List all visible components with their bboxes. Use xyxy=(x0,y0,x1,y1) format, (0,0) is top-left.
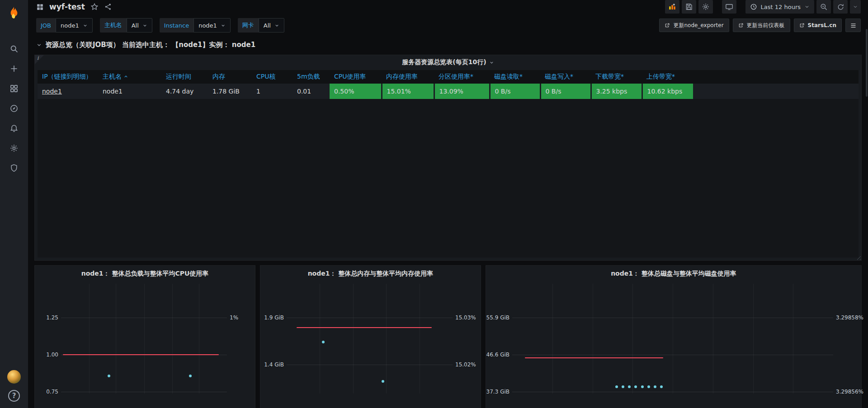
column-header-ip[interactable]: IP（链接到明细） xyxy=(38,70,98,84)
column-header-label: CPU使用率 xyxy=(334,73,366,80)
column-header-label: 磁盘读取* xyxy=(494,73,523,80)
sidebar-bottom: ? xyxy=(7,370,21,402)
right-axis-tick-label: 1% xyxy=(230,314,255,321)
variable-value-dropdown[interactable]: All xyxy=(127,18,152,33)
share-icon[interactable] xyxy=(104,3,112,11)
external-link-icon xyxy=(799,23,805,28)
column-header-uptime[interactable]: 运行时间 xyxy=(161,70,208,84)
refresh-button[interactable] xyxy=(833,0,848,14)
sidebar-item-create[interactable] xyxy=(4,61,24,77)
grid-line-vertical xyxy=(753,284,754,394)
star-icon[interactable] xyxy=(90,3,99,11)
user-avatar[interactable] xyxy=(7,370,21,384)
grid-line-horizontal xyxy=(512,355,833,355)
grid-line-vertical xyxy=(386,284,387,394)
refresh-icon xyxy=(837,3,844,11)
chart-plot[interactable] xyxy=(61,284,227,394)
right-axis-tick-label: 15.03% xyxy=(455,314,480,321)
left-axis-tick-label: 1.4 GiB xyxy=(260,361,284,368)
cycle-view-mode-button[interactable] xyxy=(722,0,736,14)
right-axis-tick-label: 3.29856% xyxy=(836,388,861,395)
link-starsl-cn[interactable]: StarsL.cn xyxy=(794,19,842,32)
sidebar-item-configuration[interactable] xyxy=(4,140,24,156)
column-header-load5m[interactable]: 5m负载 xyxy=(292,70,330,84)
refresh-interval-dropdown[interactable] xyxy=(850,0,861,14)
dashboard-submenu: JOB node1 主机名 All Instance node1 网卡 All xyxy=(28,14,868,33)
dashboard-title[interactable]: wyf-test xyxy=(49,2,85,11)
column-header-label: 分区使用率* xyxy=(439,73,473,80)
server-overview-table: IP（链接到明细） 主机名 运行时间 内存 CPU核 5m负载 CPU使用率 内… xyxy=(38,70,694,99)
link-update-node-exporter[interactable]: 更新node_exporter xyxy=(659,19,729,32)
links-menu-button[interactable] xyxy=(845,19,861,32)
line-series xyxy=(63,354,219,355)
download-cell: 3.25 kbps xyxy=(591,84,642,99)
dashboard-row-header[interactable]: 资源总览（关联JOB项） 当前选中主机： 【node1】实例： node1 xyxy=(28,33,868,53)
table-panel-title[interactable]: 服务器资源总览表(每页10行) xyxy=(35,55,861,70)
chart-title[interactable]: node1： 整体总负载与整体平均CPU使用率 xyxy=(35,270,255,278)
cpu-cores-cell: 1 xyxy=(252,84,292,99)
chart-title[interactable]: node1： 整体总内存与整体平均内存使用率 xyxy=(260,270,481,278)
column-header-memory[interactable]: 内存 xyxy=(208,70,252,84)
column-header-download[interactable]: 下载带宽* xyxy=(591,70,642,84)
sidebar-item-search[interactable] xyxy=(4,41,24,57)
link-label: 更新node_exporter xyxy=(673,22,723,29)
hamburger-icon xyxy=(850,22,857,29)
grid-line-vertical xyxy=(632,284,633,394)
sidebar-item-alerting[interactable] xyxy=(4,120,24,136)
time-range-picker[interactable]: Last 12 hours xyxy=(745,0,814,14)
sidebar-item-explore[interactable] xyxy=(4,100,24,117)
sidebar-menu xyxy=(4,41,24,176)
column-header-upload[interactable]: 上传带宽* xyxy=(642,70,693,84)
table-header-row: IP（链接到明细） 主机名 运行时间 内存 CPU核 5m负载 CPU使用率 内… xyxy=(38,70,693,84)
column-header-cpu-usage[interactable]: CPU使用率 xyxy=(330,70,382,84)
grid-line-vertical xyxy=(144,284,145,394)
grafana-logo[interactable] xyxy=(5,4,24,23)
column-header-hostname[interactable]: 主机名 xyxy=(98,70,161,84)
save-dashboard-button[interactable] xyxy=(682,0,696,14)
grid-line-vertical xyxy=(199,284,199,394)
zoom-out-button[interactable] xyxy=(816,0,831,14)
left-axis-tick-label: 0.75 xyxy=(35,388,58,395)
grid-line-vertical xyxy=(552,284,553,394)
external-link-icon xyxy=(738,23,744,28)
grid-line-vertical xyxy=(793,284,793,394)
dashboard-scrollbar[interactable] xyxy=(866,29,868,97)
ip-link-cell[interactable]: node1 xyxy=(38,84,98,99)
chart-plot[interactable] xyxy=(287,284,453,394)
grid-line-vertical xyxy=(172,284,173,394)
grid-line-horizontal xyxy=(61,392,227,392)
chart-panel-load-cpu: node1： 整体总负载与整体平均CPU使用率 1.251.000.751% xyxy=(34,265,255,408)
point-series-dot xyxy=(615,385,618,388)
chart-title[interactable]: node1： 整体总磁盘与整体平均磁盘使用率 xyxy=(486,270,861,278)
plus-icon xyxy=(9,64,19,73)
grid-line-vertical xyxy=(713,284,713,394)
link-update-dashboard[interactable]: 更新当前仪表板 xyxy=(733,19,790,32)
right-axis-tick-label: 15.02% xyxy=(455,361,480,368)
help-icon[interactable]: ? xyxy=(8,390,20,402)
column-header-mem-usage[interactable]: 内存使用率 xyxy=(382,70,434,84)
sidebar-item-server-admin[interactable] xyxy=(4,160,24,176)
column-header-label: 5m负载 xyxy=(297,73,320,80)
variable-value-dropdown[interactable]: node1 xyxy=(56,18,93,33)
search-icon xyxy=(9,44,19,53)
grid-line-horizontal xyxy=(61,318,227,318)
sidebar-item-dashboards[interactable] xyxy=(4,80,24,97)
variable-label: 主机名 xyxy=(100,18,127,33)
variable-value-dropdown[interactable]: All xyxy=(259,18,284,33)
bell-icon xyxy=(9,124,19,133)
chevron-down-icon xyxy=(804,4,810,9)
chart-plot[interactable] xyxy=(512,284,833,394)
uptime-cell: 4.74 day xyxy=(161,84,208,99)
disk-write-cell: 0 B/s xyxy=(540,84,591,99)
column-header-partition-usage[interactable]: 分区使用率* xyxy=(434,70,490,84)
variable-value-dropdown[interactable]: node1 xyxy=(193,18,231,33)
table-body: IP（链接到明细） 主机名 运行时间 内存 CPU核 5m负载 CPU使用率 内… xyxy=(38,70,859,258)
dashboard-settings-button[interactable] xyxy=(698,0,713,14)
column-header-disk-read[interactable]: 磁盘读取* xyxy=(490,70,540,84)
add-panel-button[interactable] xyxy=(665,0,679,14)
column-header-cpu-cores[interactable]: CPU核 xyxy=(252,70,292,84)
column-header-disk-write[interactable]: 磁盘写入* xyxy=(540,70,591,84)
grid-line-vertical xyxy=(116,284,116,394)
column-header-label: 下载带宽* xyxy=(595,73,624,80)
panel-info-icon[interactable]: i xyxy=(35,55,44,64)
